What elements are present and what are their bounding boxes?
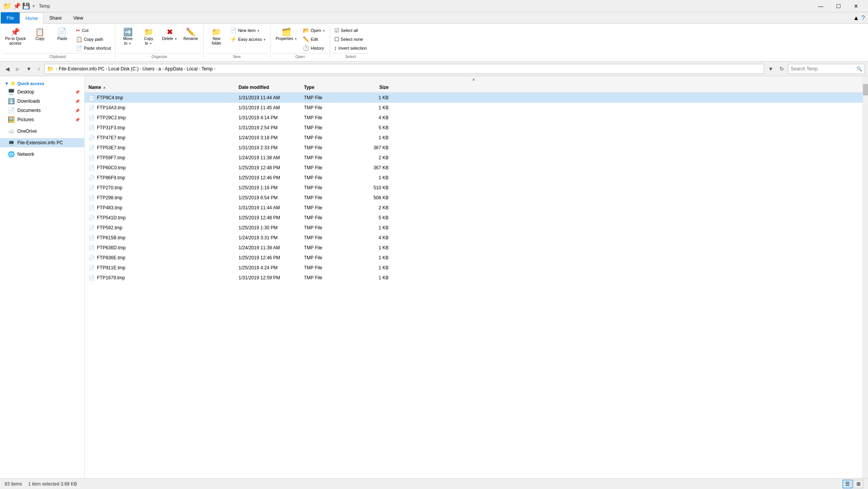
history-button[interactable]: 🕐 History [301, 44, 327, 52]
table-row[interactable]: 📄 FTP9C4.tmp 1/31/2019 11:44 AM TMP File… [85, 93, 863, 103]
tab-file[interactable]: File [1, 12, 20, 23]
invert-selection-button[interactable]: ↕ Invert selection [332, 44, 369, 52]
quick-access-header[interactable]: ▼ ⭐ Quick access [0, 79, 84, 87]
table-row[interactable]: 📄 FTP911E.tmp 1/25/2019 4:24 PM TMP File… [85, 263, 863, 273]
sidebar-item-onedrive[interactable]: ☁️ OneDrive [0, 127, 84, 136]
recent-locations-button[interactable]: ▼ [24, 64, 34, 73]
clipboard-section: 📌 Pin to Quickaccess 📋 Copy 📄 Paste ✂ Cu… [0, 25, 115, 60]
select-all-icon: ☑ [334, 27, 339, 33]
table-row[interactable]: 📄 FTP29C2.tmp 1/31/2019 4:14 PM TMP File… [85, 113, 863, 123]
file-size-cell: 1 KB [354, 105, 392, 110]
paste-button[interactable]: 📄 Paste [52, 26, 73, 43]
table-row[interactable]: 📄 FTP31F3.tmp 1/31/2019 2:54 PM TMP File… [85, 123, 863, 133]
sidebar-item-pictures[interactable]: 🖼️ Pictures 📌 [0, 115, 84, 124]
maximize-button[interactable]: ☐ [830, 0, 847, 12]
breadcrumb-item-3[interactable]: a [159, 66, 161, 72]
breadcrumb-item-2[interactable]: Users [142, 66, 154, 72]
table-row[interactable]: 📄 FTP14A3.tmp 1/31/2019 11:45 AM TMP Fil… [85, 103, 863, 113]
delete-button[interactable]: ✖ Delete ▼ [159, 26, 180, 43]
move-to-button[interactable]: ➡️ Moveto ▼ [118, 26, 138, 48]
sidebar-item-desktop[interactable]: 🖥️ Desktop 📌 [0, 87, 84, 97]
breadcrumb-item-1[interactable]: Local Disk (C:) [108, 66, 139, 72]
file-icon: 📄 [88, 125, 95, 131]
table-row[interactable]: 📄 FTP86F9.tmp 1/25/2019 12:46 PM TMP Fil… [85, 173, 863, 183]
collapse-button[interactable]: ▲ [85, 76, 863, 82]
search-input[interactable] [791, 66, 855, 72]
table-row[interactable]: 📄 FTP270.tmp 1/25/2019 1:16 PM TMP File … [85, 183, 863, 193]
table-row[interactable]: 📄 FTP615B.tmp 1/24/2019 3:31 PM TMP File… [85, 233, 863, 243]
table-row[interactable]: 📄 FTP636D.tmp 1/24/2019 11:39 AM TMP Fil… [85, 243, 863, 253]
easy-access-button[interactable]: ⚡ Easy access ▼ [228, 35, 268, 43]
file-area: ▲ Name ▲ Date modified Type Size 📄 FTP9C… [85, 76, 863, 478]
table-row[interactable]: 📄 FTP541D.tmp 1/25/2019 12:48 PM TMP Fil… [85, 213, 863, 223]
vertical-scrollbar[interactable] [863, 76, 868, 478]
file-size-cell: 1 KB [354, 95, 392, 100]
table-row[interactable]: 📄 FTP298.tmp 1/25/2019 6:54 PM TMP File … [85, 193, 863, 203]
breadcrumb-dropdown-button[interactable]: ▼ [766, 64, 776, 73]
tab-view[interactable]: View [67, 12, 89, 23]
select-none-button[interactable]: ☐ Select none [332, 35, 369, 43]
new-section: 📁 Newfolder 📄 New item ▼ ⚡ Easy access ▼… [204, 25, 271, 60]
col-header-modified[interactable]: Date modified [235, 85, 300, 90]
file-modified-cell: 1/25/2019 1:30 PM [235, 225, 300, 230]
minimize-button[interactable]: — [812, 0, 830, 12]
file-modified-cell: 1/31/2019 11:44 AM [235, 205, 300, 210]
new-item-button[interactable]: 📄 New item ▼ [228, 26, 268, 35]
table-row[interactable]: 📄 FTP592.tmp 1/25/2019 1:30 PM TMP File … [85, 223, 863, 233]
table-row[interactable]: 📄 FTP53E7.tmp 1/31/2019 2:33 PM TMP File… [85, 143, 863, 153]
cut-button[interactable]: ✂ Cut [74, 26, 113, 35]
paste-shortcut-button[interactable]: 📄 Paste shortcut [74, 44, 113, 52]
ribbon-collapse-button[interactable]: ▲ [853, 15, 859, 22]
breadcrumb-item-4[interactable]: AppData [165, 66, 183, 72]
properties-button[interactable]: 🗂️ Properties ▼ [273, 26, 300, 43]
details-view-button[interactable]: ☰ [843, 480, 853, 488]
table-row[interactable]: 📄 FTP47E7.tmp 1/24/2019 3:18 PM TMP File… [85, 133, 863, 143]
table-row[interactable]: 📄 FTP1679.tmp 1/31/2019 12:59 PM TMP Fil… [85, 273, 863, 283]
copy-to-button[interactable]: 📁 Copyto ▼ [139, 26, 159, 48]
help-button[interactable]: ? [861, 15, 865, 22]
sidebar-item-documents[interactable]: 📄 Documents 📌 [0, 106, 84, 115]
select-label: Select [332, 53, 369, 59]
edit-button[interactable]: ✏️ Edit [301, 35, 327, 43]
file-size-cell: 1 KB [354, 245, 392, 250]
rename-button[interactable]: ✏️ Rename [181, 26, 201, 43]
table-row[interactable]: 📄 FTP60C0.tmp 1/25/2019 12:48 PM TMP Fil… [85, 163, 863, 173]
col-header-size[interactable]: Size [354, 85, 392, 90]
close-button[interactable]: ✕ [847, 0, 865, 12]
col-header-name[interactable]: Name ▲ [85, 85, 235, 90]
large-icons-view-button[interactable]: ⊞ [853, 480, 863, 488]
back-button[interactable]: ◀ [3, 64, 12, 73]
search-box[interactable]: 🔍 [788, 64, 865, 74]
file-name-cell: 📄 FTP298.tmp [85, 195, 235, 201]
new-folder-button[interactable]: 📁 Newfolder [206, 26, 227, 48]
sidebar-item-this-pc[interactable]: 💻 File-Extension.info PC [0, 138, 84, 147]
file-size-cell: 367 KB [354, 165, 392, 170]
table-row[interactable]: 📄 FTP483.tmp 1/31/2019 11:44 AM TMP File… [85, 203, 863, 213]
breadcrumb-item-6[interactable]: Temp [202, 66, 213, 72]
documents-icon: 📄 [8, 107, 15, 114]
open-button[interactable]: 📂 Open ▼ [301, 26, 327, 35]
copy-path-button[interactable]: 📋 Copy path [74, 35, 113, 43]
file-name-cell: 📄 FTP86F9.tmp [85, 175, 235, 181]
table-row[interactable]: 📄 FTP59F7.tmp 1/24/2019 11:38 AM TMP Fil… [85, 153, 863, 163]
table-row[interactable]: 📄 FTP836E.tmp 1/25/2019 12:46 PM TMP Fil… [85, 253, 863, 263]
pin-quick-access-button[interactable]: 📌 Pin to Quickaccess [2, 26, 28, 48]
copy-button[interactable]: 📋 Copy [29, 26, 51, 43]
file-type-cell: TMP File [300, 235, 354, 240]
sidebar-item-network[interactable]: 🌐 Network [0, 150, 84, 159]
breadcrumb-item-0[interactable]: File-Extension.info PC [59, 66, 105, 72]
tab-share[interactable]: Share [43, 12, 67, 23]
file-modified-cell: 1/24/2019 11:39 AM [235, 245, 300, 250]
open-icon: 📂 [303, 27, 309, 33]
file-modified-cell: 1/31/2019 12:59 PM [235, 275, 300, 280]
sidebar-item-downloads[interactable]: ⬇️ Downloads 📌 [0, 97, 84, 106]
up-button[interactable]: ↑ [35, 64, 43, 73]
forward-button[interactable]: ▶ [13, 64, 22, 73]
tab-home[interactable]: Home [20, 12, 43, 24]
refresh-button[interactable]: ↻ [777, 64, 786, 73]
file-size-cell: 5 KB [354, 215, 392, 220]
breadcrumb[interactable]: 📁 › File-Extension.info PC › Local Disk … [44, 64, 764, 74]
col-header-type[interactable]: Type [300, 85, 354, 90]
select-all-button[interactable]: ☑ Select all [332, 26, 369, 35]
breadcrumb-item-5[interactable]: Local [187, 66, 198, 72]
